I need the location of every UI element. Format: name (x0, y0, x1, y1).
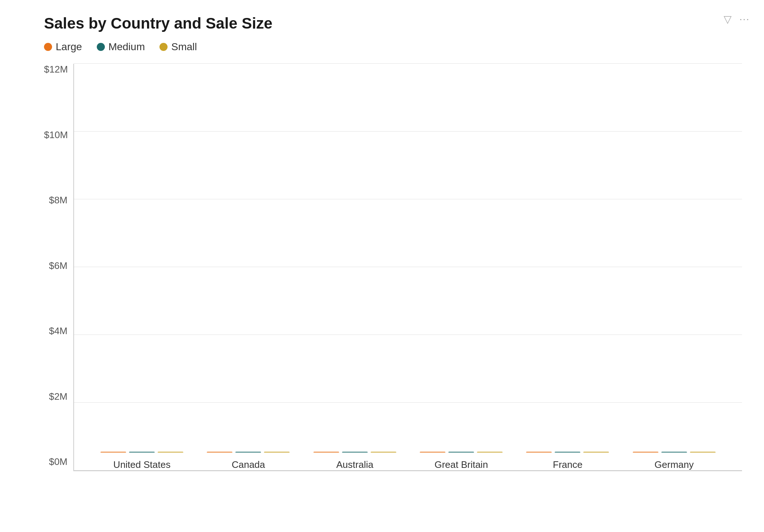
country-group: Great Britain (420, 452, 503, 470)
country-label: Great Britain (434, 459, 488, 470)
legend-label-medium: Medium (109, 41, 145, 53)
country-group: Germany (633, 452, 716, 470)
bars-row (313, 452, 396, 452)
legend: Large Medium Small (44, 41, 742, 53)
legend-label-small: Small (171, 41, 197, 53)
bar-large[interactable] (207, 452, 232, 452)
bar-medium[interactable] (129, 452, 155, 452)
y-axis-label: $6M (44, 260, 73, 271)
bar-small[interactable] (477, 452, 503, 452)
bar-large[interactable] (100, 452, 126, 452)
bar-small[interactable] (583, 452, 609, 452)
bar-large[interactable] (633, 452, 658, 452)
y-axis-label: $12M (44, 64, 73, 75)
bar-medium[interactable] (448, 452, 474, 452)
bars-row (100, 452, 183, 452)
chart-container: ▽ ⋯ Sales by Country and Sale Size Large… (0, 0, 764, 532)
country-group: United States (100, 452, 183, 470)
bars-row (420, 452, 503, 452)
legend-dot-large (44, 43, 52, 51)
chart-area: $0M$2M$4M$6M$8M$10M$12M United StatesCan… (44, 64, 742, 471)
legend-label-large: Large (56, 41, 82, 53)
bar-small[interactable] (371, 452, 396, 452)
bar-medium[interactable] (235, 452, 261, 452)
country-label: Canada (232, 459, 265, 470)
y-axis-label: $10M (44, 129, 73, 141)
bar-small[interactable] (690, 452, 716, 452)
country-group: France (526, 452, 609, 470)
bar-large[interactable] (313, 452, 339, 452)
bar-small[interactable] (264, 452, 290, 452)
legend-item-small: Small (159, 41, 197, 53)
legend-item-large: Large (44, 41, 82, 53)
bar-medium[interactable] (555, 452, 580, 452)
y-axis-label: $2M (44, 391, 73, 402)
y-axis-label: $0M (44, 456, 73, 468)
legend-item-medium: Medium (97, 41, 145, 53)
filter-icon[interactable]: ▽ (724, 13, 732, 25)
y-axis: $0M$2M$4M$6M$8M$10M$12M (44, 64, 73, 471)
country-label: France (553, 459, 583, 470)
bars-row (526, 452, 609, 452)
bar-large[interactable] (526, 452, 552, 452)
chart-plot: United StatesCanadaAustraliaGreat Britai… (73, 64, 742, 471)
bar-small[interactable] (158, 452, 183, 452)
bars-row (207, 452, 290, 452)
country-label: Australia (336, 459, 373, 470)
legend-dot-small (159, 43, 168, 51)
y-axis-label: $4M (44, 325, 73, 337)
chart-title: Sales by Country and Sale Size (44, 15, 742, 32)
country-group: Australia (313, 452, 396, 470)
more-icon[interactable]: ⋯ (739, 13, 749, 25)
top-icons: ▽ ⋯ (724, 13, 749, 25)
bars-row (633, 452, 716, 452)
bar-large[interactable] (420, 452, 445, 452)
country-group: Canada (207, 452, 290, 470)
legend-dot-medium (97, 43, 105, 51)
bar-medium[interactable] (661, 452, 687, 452)
y-axis-label: $8M (44, 195, 73, 206)
bar-medium[interactable] (342, 452, 368, 452)
country-label: Germany (654, 459, 694, 470)
country-label: United States (113, 459, 170, 470)
bars-area: United StatesCanadaAustraliaGreat Britai… (74, 64, 742, 470)
